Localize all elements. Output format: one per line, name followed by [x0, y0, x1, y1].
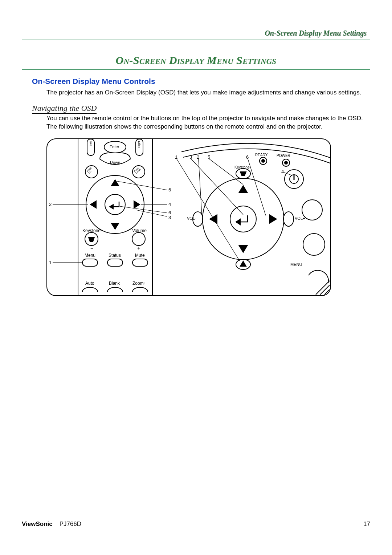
remote-enter-label: Enter	[110, 145, 119, 149]
callout-remote-4: 4	[168, 202, 171, 207]
projector-volplus-label: VOL+	[295, 216, 305, 220]
remote-status-label: Status	[109, 253, 121, 258]
projector-menu-label: MENU	[290, 262, 302, 267]
callout-remote-3: 3	[168, 215, 171, 220]
remote-plus-label: +	[137, 245, 140, 251]
svg-rect-17	[132, 259, 148, 266]
svg-point-13	[132, 232, 145, 246]
remote-volume-label: Volume	[132, 228, 147, 233]
callout-remote-1: 1	[49, 260, 52, 265]
callout-proj-5: 5	[208, 154, 210, 160]
callout-remote-2: 2	[49, 202, 52, 207]
remote-left-label: Left	[89, 141, 92, 146]
remote-auto-label: Auto	[85, 281, 94, 286]
remote-keystone-label: Keystone	[82, 228, 101, 233]
illustration: Enter Down Left Right PageUp PageDown Ke…	[46, 138, 331, 296]
callout-proj-3: 3	[189, 154, 192, 160]
section-heading-navigating: Navigating the OSD	[32, 104, 370, 114]
section-body-navigating: You can use the remote control or the bu…	[46, 114, 366, 131]
svg-line-52	[209, 159, 243, 185]
section-heading-controls: On-Screen Display Menu Controls	[32, 77, 370, 86]
svg-marker-34	[240, 261, 246, 266]
projector-ready-label: READY	[255, 153, 268, 157]
callout-proj-1: 1	[175, 154, 177, 160]
title-bar: On-Screen Display Menu Settings	[22, 51, 370, 70]
callout-remote-5: 5	[168, 187, 171, 193]
footer-model: PJ766D	[60, 520, 81, 527]
page-footer: ViewSonic PJ766D 17	[22, 518, 370, 528]
callout-proj-4: 4	[281, 169, 284, 174]
remote-mute-label: Mute	[135, 253, 145, 258]
remote-minus-label: −	[90, 245, 94, 251]
svg-marker-26	[239, 186, 248, 193]
svg-line-49	[177, 159, 240, 261]
svg-rect-15	[82, 259, 98, 266]
remote-zoomplus-label: Zoom+	[132, 281, 146, 286]
footer-brand: ViewSonic	[22, 520, 53, 527]
svg-point-45	[303, 234, 325, 255]
remote-down-label: Down	[110, 160, 120, 165]
callout-proj-2: 2	[197, 154, 199, 160]
svg-marker-27	[239, 245, 248, 252]
svg-point-40	[285, 161, 287, 164]
page-title: On-Screen Display Menu Settings	[115, 54, 276, 66]
projector-keystone-label: Keystone	[234, 165, 250, 169]
remote-right-label: Right	[137, 141, 140, 148]
header-divider	[22, 40, 370, 40]
remote-menu-label: Menu	[85, 253, 95, 258]
svg-line-53	[248, 159, 266, 215]
remote-blank-label: Blank	[109, 281, 120, 286]
svg-rect-16	[107, 259, 123, 266]
svg-point-38	[262, 159, 265, 162]
svg-marker-29	[269, 215, 277, 223]
svg-marker-30	[236, 219, 240, 225]
svg-point-36	[283, 212, 294, 226]
svg-marker-28	[210, 215, 217, 223]
projector-power-label: POWER	[277, 154, 290, 158]
header-breadcrumb: On-Screen Display Menu Settings	[22, 29, 370, 37]
svg-marker-14	[89, 237, 94, 242]
svg-marker-32	[240, 172, 246, 175]
section-body-controls: The projector has an On-Screen Display (…	[46, 89, 366, 97]
svg-point-1	[105, 194, 125, 215]
callout-proj-6: 6	[246, 154, 249, 160]
footer-page-number: 17	[363, 520, 370, 528]
svg-line-47	[320, 285, 330, 295]
projector-volminus-label: VOL-	[187, 216, 196, 220]
svg-point-25	[230, 206, 256, 232]
svg-line-48	[324, 289, 330, 295]
svg-line-51	[199, 159, 202, 215]
